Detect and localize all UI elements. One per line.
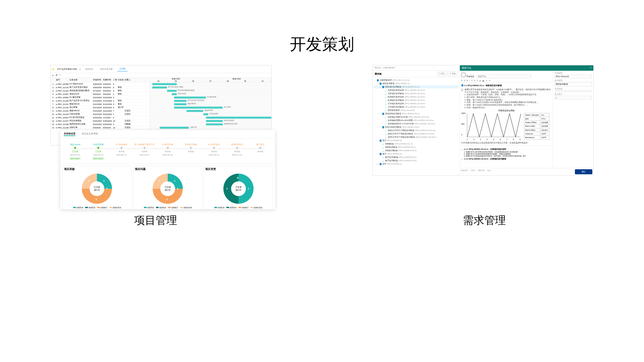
tree-node[interactable]: −📘系统设性技术解读 (RFQ-000001-02-b) <box>374 112 459 115</box>
th-code: 编号 <box>55 78 69 81</box>
page-title: 开发策划 <box>290 34 354 55</box>
dashboard-tabs: 里程碑进展 项目全生命周期 <box>60 130 275 138</box>
table-row[interactable]: 2▸ PRO_01123新产品开发设计规划4/29/20245/6/20246审… <box>51 86 150 89</box>
table-row[interactable]: 6▸ PRO_01128新产品开发可行性评估5/10/20245/14/2024… <box>51 99 150 103</box>
export-button[interactable]: ⇧ 导出 <box>448 72 458 76</box>
caption-requirements-management: 需求管理 <box>463 213 506 228</box>
toolbar-≡[interactable]: ≡ <box>477 79 478 82</box>
pm-tab-info[interactable]: 项目信息 <box>83 67 95 71</box>
tree-node[interactable]: △结构技术解读2 (RFQ-000002-02-b) <box>374 149 459 152</box>
tree-node[interactable]: △电子技术解读2 (RFQ-000004-02-b) <box>374 159 459 162</box>
bottom-action-bar: 修改来源共享给编辑名称同步 确认 <box>460 168 593 175</box>
detail-panel-title: 新建节点 <box>462 66 471 70</box>
toolbar-⊞[interactable]: ⊞ <box>479 79 481 82</box>
toolbar-A[interactable]: A <box>464 79 465 82</box>
pm-task-list: 编号 任务名称 开始时间 结束时间 工期 当前状态 负责人 1▸ PRO_603… <box>51 78 150 129</box>
pm-tab-gantt[interactable]: 甘特图 <box>117 67 127 71</box>
table-row[interactable]: 11▸ PRO_60310P2·设计阶段验证5/23/20247/1/20240 <box>51 116 150 119</box>
tree-node[interactable]: △如何确保连列不小于25%分析 (RFQ-000001-02-03-b) <box>374 122 459 125</box>
pm-project-title: XX产品开发项目-2405 <box>57 68 77 71</box>
detail-panel-header: 新建节点 × <box>460 65 593 71</box>
tree-node[interactable]: △日本地区标准说明 (RFQ-000001-01-05-b) <box>374 102 459 105</box>
toolbar-↶[interactable]: ↶ <box>486 79 487 82</box>
mini-chart-title: 呼吸情况变化周期 <box>461 109 551 112</box>
table-row[interactable]: 3▸ PRO_01125项目组成员职能分配表5/7/20245/9/20243审… <box>51 89 150 93</box>
field-节点编码[interactable]: RFQ-China-02 <box>554 75 592 78</box>
print-icon[interactable]: 🖶 <box>56 74 58 76</box>
close-icon[interactable]: × <box>590 66 591 70</box>
requirements-tree[interactable]: −📘决策求解请求 (RFQ-R0-01-0-0-b)−📘销售技术解读 (RFQ-… <box>373 77 460 175</box>
tree-node[interactable]: △北美地区技术解读 (RFQ-000001-01-02-b) <box>374 92 459 95</box>
tab-lifecycle[interactable]: 项目全生命周期 <box>82 132 98 136</box>
tab-milestones[interactable]: 里程碑进展 <box>64 132 75 136</box>
tree-node[interactable]: −📘设计 (RFQ-000002-b) <box>374 139 459 142</box>
expand-badge[interactable]: + <box>461 88 463 91</box>
folder-icon: 📁 <box>52 68 54 70</box>
tree-node[interactable]: −📘销售技术解读 (RFQ-000001-b) <box>374 82 459 85</box>
table-row[interactable]: 4▸ PRO_01027项目kickoff5/9/20245/9/20241审批 <box>51 93 150 96</box>
confirm-button[interactable]: 确认 <box>575 169 592 174</box>
requirement-editor: 节点信息 PABIUS≡⊞▦↶↷ 📘 1.1 RFQ-000001-01-b -… <box>460 71 553 168</box>
table-row[interactable]: 8▸ PRO_01132设计评审5/10/20245/30/20246进行中 <box>51 106 150 109</box>
checkbox-node-info[interactable]: 节点信息 <box>461 75 474 77</box>
field-节点描述[interactable] <box>554 90 592 92</box>
tree-node[interactable]: △结构解读1 (RFQ-000002-01-b) <box>374 142 459 145</box>
spec-body[interactable]: 氛围灯音节点使能来源来自源信号（LIN或者CAN配子），通过信息、组织基于RO年… <box>465 88 551 109</box>
pm-header-row: 编号 任务名称 开始时间 结束时间 工期 当前状态 负责人 <box>51 78 150 82</box>
table-row[interactable]: 12▸ PRO_01157样品分析报告5/23/20245/29/202410无… <box>51 119 150 123</box>
table-row[interactable]: 5▸ PRO_60309P1·概念评审5/10/20245/22/20249 <box>51 96 150 99</box>
breathing-chart <box>467 114 521 137</box>
tree-node[interactable]: △欧洲地区标准说明 (RFQ-000001-01-03-b) <box>374 95 459 99</box>
field-技术类型[interactable]: 国内技术解读 <box>554 82 592 86</box>
spec-footnote: 打开车窗吉的车前定义返还更推动时仍可视完义方案。在场景选择时将提供 <box>461 142 551 144</box>
tree-node[interactable]: △国内标准要求 (RFQ-China-01) <box>374 109 459 112</box>
tree-node[interactable]: −📘电子 (RFQ-000004-b) <box>374 152 459 156</box>
tree-node[interactable]: △电子技术[解读] (RFQ-000003-02-b) <box>374 156 459 159</box>
expand-icon[interactable]: ⊞ <box>52 74 54 76</box>
pm-table: 编号 任务名称 开始时间 结束时间 工期 当前状态 负责人 1▸ PRO_603… <box>51 78 271 129</box>
tree-node[interactable]: −📘销售地区技术解读 (RFQ-000001-01-b) <box>374 85 459 88</box>
toolbar-↷[interactable]: ↷ <box>489 79 490 82</box>
th-dur: 工期 <box>112 78 117 81</box>
pm-toolbar: ⊞ 🖶 ⤴ <box>51 73 271 78</box>
toolbar-P[interactable]: P <box>461 79 463 82</box>
th-start: 开始时间 <box>92 78 102 81</box>
share-icon[interactable]: ⤴ <box>60 74 61 76</box>
tree-node[interactable]: −📘决策求解请求 (RFQ-R0-01-0-0-b) <box>374 78 459 82</box>
tree-node[interactable]: +📘热学 (RFQ-000005-b) <box>374 162 459 166</box>
tree-node[interactable]: △按理1万件生产报告的技术解读 (RFQ-000001-03-03-b) <box>374 135 459 139</box>
table-row[interactable]: 1▸ PRO_60308KO·项目Kickoff4/29/20245/9/202… <box>51 82 150 86</box>
toolbar-B[interactable]: B <box>467 79 468 82</box>
pm-dashboard-overlay: 里程碑进展 项目全生命周期 项目 kickoffP1阶段评审PF 数据冻结客户冻… <box>60 130 275 209</box>
toolbar-U[interactable]: U <box>471 79 473 82</box>
pm-gantt[interactable]: 季度2 2024 季度3 2024 04050607080910 新产品开发设计… <box>150 78 271 129</box>
tree-node[interactable]: △结构技术解读 (RFQ-000003-01-b) <box>374 145 459 149</box>
pm-tab-wbs[interactable]: WBS任务分解 <box>98 67 115 71</box>
toolbar-▦[interactable]: ▦ <box>482 79 484 82</box>
table-row[interactable]: 7▸ PRO_01131模板XBOM5/10/20245/14/20243审批 <box>51 103 150 106</box>
tree-node[interactable]: △如何确保范围10%-25%范围 (RFQ-000001-02-02-b) <box>374 119 459 122</box>
tree-node[interactable]: △日本地区技术解读 (RFQ-000001-01-06-b) <box>374 105 459 109</box>
table-row[interactable]: 13▸ PRO_01158物理特性对比清单5/23/20245/29/20245… <box>51 123 150 126</box>
toolbar-I[interactable]: I <box>469 79 470 82</box>
toolbar-S[interactable]: S <box>474 79 475 82</box>
tree-node[interactable]: △如何确认范围与比价例 (RFQ-000001-02-01-b) <box>374 115 459 119</box>
project-management-panel: 📁 XX产品开发项目-2405 ▾ 项目信息 WBS任务分解 甘特图 ⊞ 🖶 ⤴… <box>50 65 272 210</box>
table-row[interactable]: 14▸ PRO_01136试制订单5/3/20245/3/202412无追踪 <box>51 126 150 129</box>
rich-text-toolbar: PABIUS≡⊞▦↶↷ <box>461 79 551 83</box>
tree-node[interactable]: △欧洲地区技术解读 (RFQ-000001-01-04-b) <box>374 99 459 102</box>
search-input[interactable] <box>477 75 531 78</box>
tree-node[interactable]: △北美地区标准说明 (RFQ-000001-01-01-b) <box>374 88 459 92</box>
spec-table: Switch + Elevation6 to旋钮0.2 toScope of E… <box>524 113 549 140</box>
tree-node[interactable]: −📘创意过程技术解读 (RFQ-000001-03-b) <box>374 125 459 129</box>
node-properties-panel: 节点编码RFQ-China-02技术类型国内技术解读节点描述显示图片+ <box>553 71 593 168</box>
pm-header: 📁 XX产品开发项目-2405 ▾ 项目信息 WBS任务分解 甘特图 <box>51 65 271 73</box>
tree-node[interactable]: △持续1万件生产报告技术解读 (RFQ-000001-03-02-b) <box>374 132 459 135</box>
field-显示图片[interactable]: + <box>554 96 592 99</box>
breadcrumb: 我的项 > 决策求解请求 <box>373 65 460 71</box>
tree-node[interactable]: △持续10万件生产报告技术解读 (RFQ-000001-03-01-b) <box>374 129 459 132</box>
table-row[interactable]: 10▸ PRO_01133P1阶段评审5/22/20245/22/20241无追… <box>51 113 150 116</box>
import-button[interactable]: ⇩ 导入 <box>437 72 447 76</box>
dropdown-icon[interactable]: ▾ <box>79 68 80 70</box>
table-row[interactable]: 9▸ PRO_01131模板XBOM5/15/20245/21/20247无追踪 <box>51 109 150 113</box>
